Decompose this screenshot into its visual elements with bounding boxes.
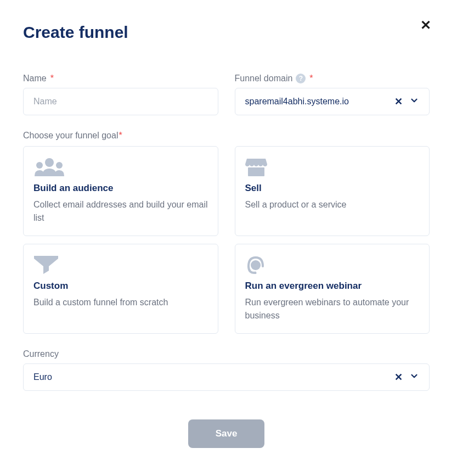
domain-label: Funnel domain ? *: [235, 74, 430, 83]
save-button[interactable]: Save: [188, 419, 265, 448]
card-title: Sell: [245, 183, 420, 194]
svg-point-0: [45, 158, 54, 167]
svg-point-2: [56, 162, 63, 169]
clear-icon[interactable]: ✕: [394, 96, 403, 108]
headset-icon: [245, 255, 420, 274]
goal-label: Choose your funnel goal*: [23, 131, 430, 141]
card-build-audience[interactable]: Build an audience Collect email addresse…: [23, 146, 218, 236]
domain-select[interactable]: sparemail4abhi.systeme.io ✕: [235, 88, 430, 115]
card-desc: Run evergreen webinars to automate your …: [245, 296, 420, 322]
chevron-down-icon[interactable]: [409, 96, 419, 108]
store-icon: [245, 158, 420, 176]
currency-select[interactable]: Euro ✕: [23, 363, 430, 391]
card-title: Custom: [33, 281, 208, 292]
currency-label: Currency: [23, 349, 430, 359]
name-input[interactable]: [23, 88, 218, 115]
card-webinar[interactable]: Run an evergreen webinar Run evergreen w…: [235, 244, 430, 334]
domain-value: sparemail4abhi.systeme.io: [245, 97, 395, 107]
card-desc: Build a custom funnel from scratch: [33, 296, 208, 309]
funnel-icon: [33, 255, 208, 274]
help-icon[interactable]: ?: [296, 74, 306, 83]
card-desc: Sell a product or a service: [245, 198, 420, 211]
page-title: Create funnel: [23, 23, 128, 42]
chevron-down-icon[interactable]: [409, 371, 419, 383]
card-title: Build an audience: [33, 183, 208, 194]
clear-icon[interactable]: ✕: [394, 371, 403, 383]
audience-icon: [33, 158, 208, 176]
close-icon[interactable]: ✕: [420, 19, 431, 32]
svg-point-1: [36, 162, 43, 169]
card-title: Run an evergreen webinar: [245, 281, 420, 292]
svg-point-4: [251, 260, 261, 270]
card-desc: Collect email addresses and build your e…: [33, 198, 208, 225]
card-custom[interactable]: Custom Build a custom funnel from scratc…: [23, 244, 218, 334]
currency-value: Euro: [33, 372, 394, 382]
svg-rect-3: [248, 167, 264, 176]
card-sell[interactable]: Sell Sell a product or a service: [235, 146, 430, 236]
name-label: Name*: [23, 74, 218, 83]
